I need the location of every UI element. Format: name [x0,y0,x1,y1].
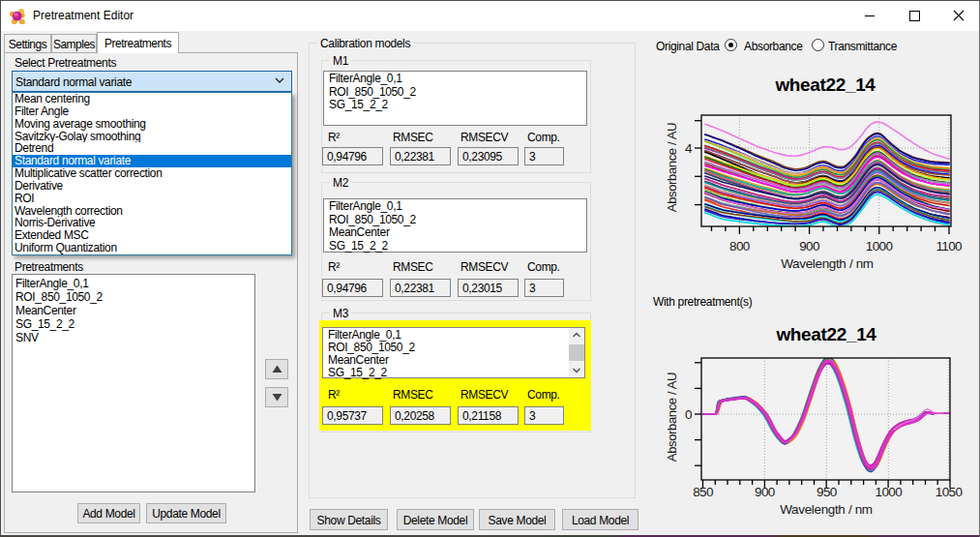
svg-text:Wavelength / nm: Wavelength / nm [780,502,873,517]
svg-text:1000: 1000 [866,239,893,254]
svg-text:950: 950 [817,485,837,499]
svg-text:1050: 1050 [935,485,963,499]
svg-text:wheat22_14: wheat22_14 [775,324,876,344]
svg-text:4: 4 [685,141,693,156]
svg-text:0: 0 [685,407,692,422]
svg-text:900: 900 [755,485,775,499]
svg-text:850: 850 [693,485,713,499]
svg-text:Absorbance / AU: Absorbance / AU [665,123,679,212]
svg-text:wheat22_14: wheat22_14 [774,75,876,95]
svg-text:900: 900 [799,239,819,254]
svg-text:1100: 1100 [935,239,962,254]
svg-text:Absorbance / AU: Absorbance / AU [665,373,679,462]
svg-text:Wavelength / nm: Wavelength / nm [781,256,874,271]
svg-text:800: 800 [729,239,750,254]
svg-text:1000: 1000 [875,485,902,499]
